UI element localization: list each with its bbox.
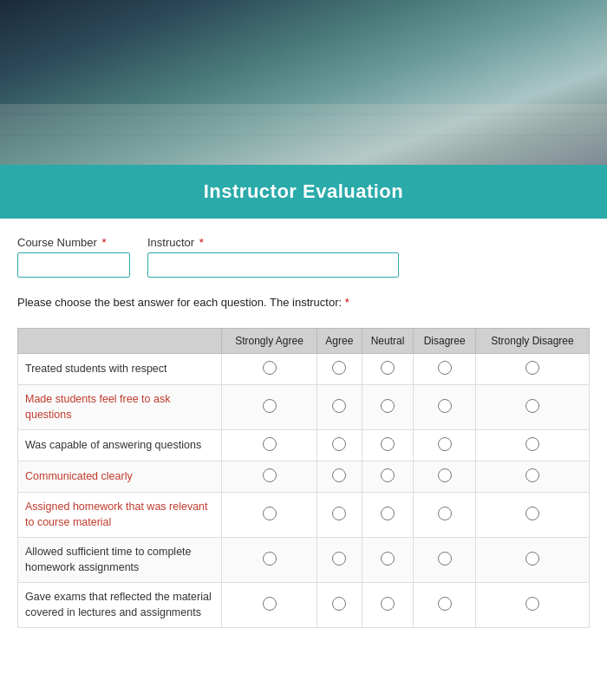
radio-cell-row7-col4[interactable] xyxy=(414,583,476,628)
question-prompt: Please choose the best answer for each q… xyxy=(17,295,590,311)
radio-row7-1[interactable] xyxy=(263,597,277,611)
radio-row6-3[interactable] xyxy=(381,552,395,566)
radio-cell-row4-col1[interactable] xyxy=(222,461,317,493)
radio-cell-row3-col1[interactable] xyxy=(222,430,317,461)
table-row: Allowed sufficient time to complete home… xyxy=(18,538,590,583)
radio-cell-row5-col2[interactable] xyxy=(317,493,362,538)
radio-cell-row4-col3[interactable] xyxy=(362,461,414,493)
radio-row2-2[interactable] xyxy=(332,399,346,413)
course-number-input[interactable] xyxy=(17,252,130,278)
radio-cell-row1-col1[interactable] xyxy=(222,354,317,385)
radio-row7-2[interactable] xyxy=(332,597,346,611)
radio-row7-4[interactable] xyxy=(438,597,452,611)
course-number-required-asterisk: * xyxy=(101,236,106,249)
radio-cell-row6-col4[interactable] xyxy=(414,538,476,583)
radio-cell-row6-col2[interactable] xyxy=(317,538,362,583)
radio-row4-1[interactable] xyxy=(263,468,277,482)
radio-cell-row3-col3[interactable] xyxy=(362,430,414,461)
table-row: Made students feel free to ask questions xyxy=(18,385,590,430)
radio-row2-5[interactable] xyxy=(525,399,539,413)
table-header-row: Strongly Agree Agree Neutral Disagree St… xyxy=(18,329,590,354)
radio-row4-5[interactable] xyxy=(525,468,539,482)
col-header-agree: Agree xyxy=(317,329,362,354)
radio-row4-2[interactable] xyxy=(332,468,346,482)
radio-cell-row2-col2[interactable] xyxy=(317,385,362,430)
form-fields-section: Course Number * Instructor * Please choo… xyxy=(0,219,607,328)
radio-row1-1[interactable] xyxy=(263,361,277,375)
course-number-field: Course Number * xyxy=(17,236,130,278)
radio-row3-2[interactable] xyxy=(332,437,346,451)
radio-row1-5[interactable] xyxy=(525,361,539,375)
radio-row1-3[interactable] xyxy=(381,361,395,375)
row-label-row6: Allowed sufficient time to complete home… xyxy=(18,538,222,583)
form-row-top: Course Number * Instructor * xyxy=(17,236,590,278)
radio-row7-3[interactable] xyxy=(381,597,395,611)
radio-row3-3[interactable] xyxy=(381,437,395,451)
row-label-row2: Made students feel free to ask questions xyxy=(18,385,222,430)
svg-rect-2 xyxy=(0,134,607,136)
radio-cell-row1-col2[interactable] xyxy=(317,354,362,385)
col-header-strongly-agree: Strongly Agree xyxy=(222,329,317,354)
radio-row6-5[interactable] xyxy=(525,552,539,566)
radio-cell-row4-col2[interactable] xyxy=(317,461,362,493)
radio-cell-row6-col1[interactable] xyxy=(222,538,317,583)
radio-cell-row1-col5[interactable] xyxy=(475,354,589,385)
radio-row5-2[interactable] xyxy=(332,507,346,520)
radio-cell-row3-col5[interactable] xyxy=(475,430,589,461)
radio-cell-row2-col1[interactable] xyxy=(222,385,317,430)
radio-cell-row2-col5[interactable] xyxy=(475,385,589,430)
prompt-required-asterisk: * xyxy=(345,296,349,309)
radio-cell-row5-col3[interactable] xyxy=(362,493,414,538)
radio-row5-1[interactable] xyxy=(263,507,277,520)
instructor-input[interactable] xyxy=(147,252,399,278)
radio-cell-row7-col3[interactable] xyxy=(362,583,414,628)
radio-row3-1[interactable] xyxy=(263,437,277,451)
radio-cell-row1-col4[interactable] xyxy=(414,354,476,385)
radio-cell-row7-col5[interactable] xyxy=(475,583,589,628)
radio-row1-2[interactable] xyxy=(332,361,346,375)
radio-cell-row5-col4[interactable] xyxy=(414,493,476,538)
table-row: Gave exams that reflected the material c… xyxy=(18,583,590,628)
page-title: Instructor Evaluation xyxy=(0,165,607,219)
radio-cell-row3-col4[interactable] xyxy=(414,430,476,461)
radio-row2-3[interactable] xyxy=(381,399,395,413)
hero-image xyxy=(0,0,607,165)
radio-row3-5[interactable] xyxy=(525,437,539,451)
row-label-row5: Assigned homework that was relevant to c… xyxy=(18,493,222,538)
row-label-row3: Was capable of answering questions xyxy=(18,430,222,461)
radio-row7-5[interactable] xyxy=(525,597,539,611)
radio-cell-row7-col2[interactable] xyxy=(317,583,362,628)
table-row: Communicated clearly xyxy=(18,461,590,493)
radio-row1-4[interactable] xyxy=(438,361,452,375)
radio-row5-5[interactable] xyxy=(525,507,539,520)
radio-cell-row2-col4[interactable] xyxy=(414,385,476,430)
radio-cell-row5-col5[interactable] xyxy=(475,493,589,538)
radio-row4-4[interactable] xyxy=(438,468,452,482)
radio-row6-2[interactable] xyxy=(332,552,346,566)
instructor-required-asterisk: * xyxy=(199,236,204,249)
table-row: Was capable of answering questions xyxy=(18,430,590,461)
radio-cell-row2-col3[interactable] xyxy=(362,385,414,430)
table-row: Assigned homework that was relevant to c… xyxy=(18,493,590,538)
radio-cell-row6-col5[interactable] xyxy=(475,538,589,583)
radio-cell-row3-col2[interactable] xyxy=(317,430,362,461)
radio-cell-row7-col1[interactable] xyxy=(222,583,317,628)
radio-row5-4[interactable] xyxy=(438,507,452,520)
radio-row2-1[interactable] xyxy=(263,399,277,413)
instructor-label: Instructor * xyxy=(147,236,399,249)
radio-cell-row4-col5[interactable] xyxy=(475,461,589,493)
evaluation-table: Strongly Agree Agree Neutral Disagree St… xyxy=(17,328,590,628)
radio-row6-1[interactable] xyxy=(263,552,277,566)
header-title-text: Instructor Evaluation xyxy=(204,180,404,202)
radio-row6-4[interactable] xyxy=(438,552,452,566)
radio-cell-row5-col1[interactable] xyxy=(222,493,317,538)
radio-row2-4[interactable] xyxy=(438,399,452,413)
radio-cell-row1-col3[interactable] xyxy=(362,354,414,385)
radio-cell-row6-col3[interactable] xyxy=(362,538,414,583)
svg-rect-1 xyxy=(0,113,607,115)
radio-row3-4[interactable] xyxy=(438,437,452,451)
col-header-question xyxy=(18,329,222,354)
radio-cell-row4-col4[interactable] xyxy=(414,461,476,493)
radio-row5-3[interactable] xyxy=(381,507,395,520)
radio-row4-3[interactable] xyxy=(381,468,395,482)
